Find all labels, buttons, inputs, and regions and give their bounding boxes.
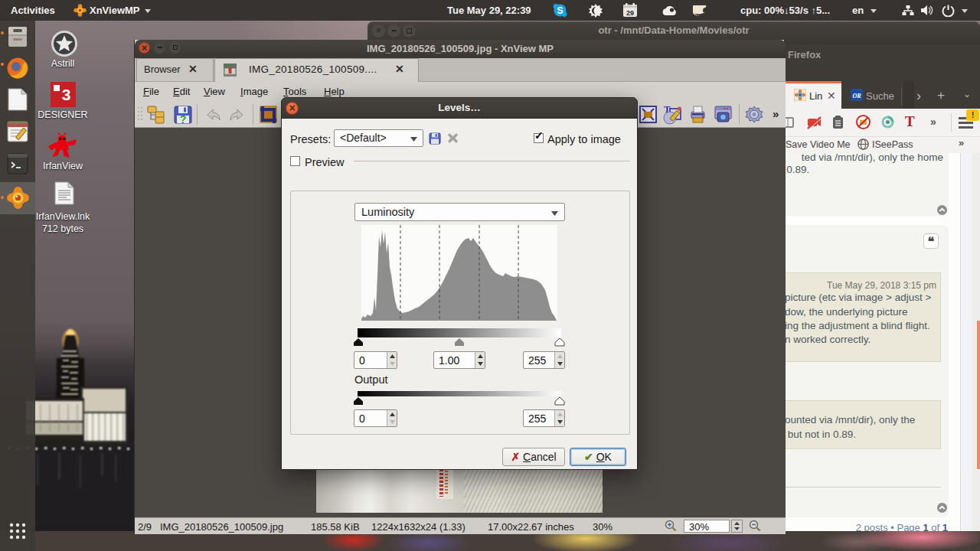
svg-text:OR: OR (852, 93, 861, 99)
svg-text:?: ? (180, 113, 187, 124)
svg-text:S: S (557, 5, 563, 16)
svg-text:29: 29 (626, 9, 634, 17)
